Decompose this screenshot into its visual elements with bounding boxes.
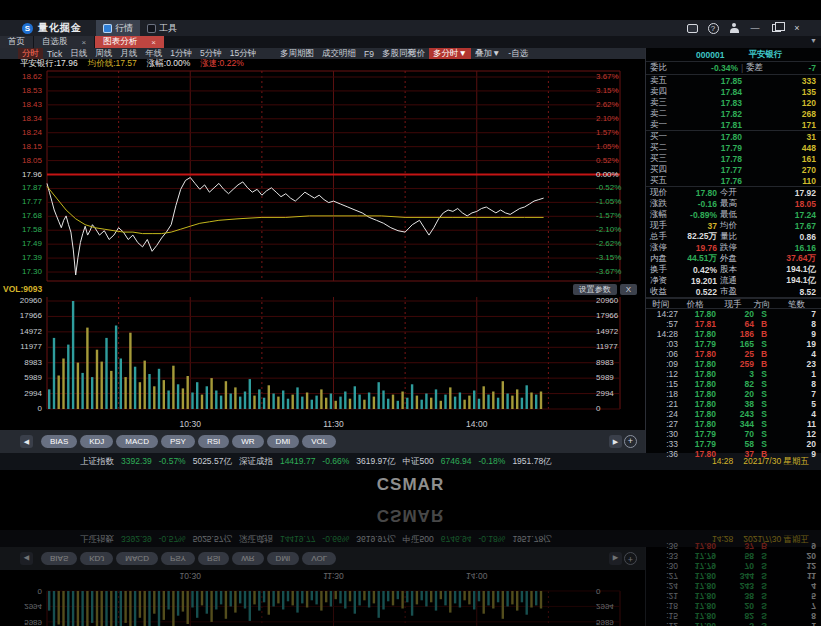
detail-value: 194.1亿 bbox=[749, 275, 816, 287]
status-segment: -0.18% bbox=[478, 533, 505, 545]
trade-time: :27 bbox=[648, 419, 678, 429]
user-icon[interactable] bbox=[728, 23, 740, 34]
trade-price: 17.80 bbox=[678, 611, 716, 621]
trade-price: 17.80 bbox=[678, 621, 716, 626]
ask-row[interactable]: 卖二17.82268 bbox=[646, 108, 821, 119]
trade-row[interactable]: :3317.7958S20 bbox=[646, 439, 821, 449]
indicator-pill-psy: PSY bbox=[161, 552, 195, 565]
minimize-button[interactable]: — bbox=[749, 23, 761, 34]
volume-bar bbox=[468, 591, 470, 604]
quote-header[interactable]: 000001 平安银行 bbox=[646, 48, 821, 62]
volume-bar bbox=[172, 366, 174, 409]
volume-bar bbox=[187, 591, 189, 624]
volume-bar bbox=[148, 591, 150, 626]
vol-axis-label: 11977 bbox=[596, 343, 640, 351]
ask-row[interactable]: 卖三17.83120 bbox=[646, 97, 821, 108]
tab-overflow-arrow[interactable]: ▼ bbox=[810, 37, 817, 44]
volume-bar bbox=[53, 591, 55, 626]
volume-bar bbox=[397, 401, 399, 409]
indicator-pill-bias[interactable]: BIAS bbox=[41, 435, 77, 448]
bid-row[interactable]: 买二17.79448 bbox=[646, 142, 821, 153]
trade-row[interactable]: :0617.8025B4 bbox=[646, 349, 821, 359]
volume-bar bbox=[301, 397, 303, 409]
volume-bar bbox=[363, 400, 365, 409]
trade-row[interactable]: 14:2717.8020S7 bbox=[646, 309, 821, 319]
tab-close-icon[interactable]: × bbox=[68, 38, 87, 47]
bid-row[interactable]: 买一17.8031 bbox=[646, 131, 821, 142]
intraday-price-chart[interactable]: 18.623.67%18.533.15%18.432.62%18.342.10%… bbox=[0, 69, 645, 283]
app-window: S 量化掘金 行情 工具 ? — × 首页自选股×图表分析× ▼ 分时Tick日… bbox=[0, 0, 821, 500]
help-icon[interactable]: ? bbox=[707, 23, 719, 34]
menu-tools[interactable]: 工具 bbox=[140, 20, 184, 36]
close-button[interactable]: × bbox=[791, 23, 803, 34]
trade-row[interactable]: :3017.7970S12 bbox=[646, 429, 821, 439]
level-volume: 333 bbox=[742, 76, 816, 86]
indicator-close-button[interactable]: X bbox=[620, 284, 637, 295]
indicator-pill-macd[interactable]: MACD bbox=[116, 435, 158, 448]
indicator-pill-vol[interactable]: VOL bbox=[302, 435, 336, 448]
indicator-pill-kdj[interactable]: KDJ bbox=[80, 435, 113, 448]
trade-row[interactable]: :2717.80344S11 bbox=[646, 419, 821, 429]
trade-price: 17.80 bbox=[678, 601, 716, 611]
detail-value: 17.80 bbox=[676, 188, 717, 198]
tab-1[interactable]: 首页 bbox=[0, 36, 33, 48]
bid-row[interactable]: 买五17.76110 bbox=[646, 175, 821, 186]
vol-axis-label: 0 bbox=[4, 405, 42, 413]
ask-row[interactable]: 卖一17.81171 bbox=[646, 119, 821, 130]
volume-bar bbox=[282, 391, 284, 410]
add-indicator-button[interactable]: + bbox=[624, 435, 637, 448]
bid-row[interactable]: 买四17.77270 bbox=[646, 164, 821, 175]
volume-chart[interactable]: 2096020960179661796614972149721197711977… bbox=[0, 295, 645, 417]
trade-row[interactable]: :3617.8037B9 bbox=[646, 449, 821, 459]
volume-bar bbox=[401, 392, 403, 410]
trade-row[interactable]: :0317.79165S19 bbox=[646, 339, 821, 349]
trade-row[interactable]: 14:2817.80186B9 bbox=[646, 329, 821, 339]
stock-code: 000001 bbox=[696, 50, 724, 60]
feedback-icon[interactable] bbox=[686, 23, 698, 34]
indicator-pill-wr[interactable]: WR bbox=[232, 435, 263, 448]
menu-quotes[interactable]: 行情 bbox=[96, 20, 140, 36]
trade-direction: S bbox=[754, 571, 774, 581]
status-segment: 1951.78亿 bbox=[512, 533, 551, 545]
trade-volume: 70 bbox=[716, 429, 754, 439]
trade-row[interactable]: :1517.8082S8 bbox=[646, 379, 821, 389]
trade-row[interactable]: :5717.8164B8 bbox=[646, 319, 821, 329]
ask-row[interactable]: 卖四17.84135 bbox=[646, 86, 821, 97]
settings-button[interactable]: 设置参数 bbox=[573, 284, 617, 295]
volume-bar bbox=[487, 395, 489, 409]
ask-row[interactable]: 卖五17.85333 bbox=[646, 75, 821, 86]
detail-row: 现手37均价17.67 bbox=[646, 220, 821, 231]
trade-row[interactable]: :2117.8038S5 bbox=[646, 399, 821, 409]
bid-row[interactable]: 买三17.78161 bbox=[646, 153, 821, 164]
trade-direction: S bbox=[754, 429, 774, 439]
indicator-pill-dmi[interactable]: DMI bbox=[267, 435, 300, 448]
volume-bar bbox=[191, 393, 193, 410]
indicator-scroll-right-icon[interactable]: ▶ bbox=[609, 435, 622, 448]
indicator-pill-rsi[interactable]: RSI bbox=[198, 435, 229, 448]
tab-2[interactable]: 自选股× bbox=[34, 36, 94, 48]
volume-bar bbox=[478, 591, 480, 601]
tab-3[interactable]: 图表分析× bbox=[95, 36, 164, 48]
volume-bar bbox=[67, 591, 69, 626]
trade-volume: 82 bbox=[716, 379, 754, 389]
volume-bar bbox=[120, 591, 122, 626]
volume-bar bbox=[225, 591, 227, 619]
indicator-pill-psy[interactable]: PSY bbox=[161, 435, 195, 448]
price-axis-label: 17.58 bbox=[4, 226, 42, 234]
volume-bar bbox=[311, 591, 313, 600]
volume-bar bbox=[535, 395, 537, 409]
volume-bar bbox=[526, 385, 528, 409]
trade-time: :24 bbox=[648, 409, 678, 419]
trade-row[interactable]: :0917.80259B23 bbox=[646, 359, 821, 369]
trade-volume: 38 bbox=[716, 591, 754, 601]
trade-row[interactable]: :1817.8020S7 bbox=[646, 389, 821, 399]
restore-button[interactable] bbox=[770, 23, 782, 34]
level-label: 卖一 bbox=[650, 119, 676, 131]
level-volume: 135 bbox=[742, 87, 816, 97]
trade-row[interactable]: :2417.80243S4 bbox=[646, 409, 821, 419]
period-item[interactable]: F9 bbox=[360, 49, 378, 59]
trade-row[interactable]: :1217.803S1 bbox=[646, 369, 821, 379]
indicator-scroll-left-icon[interactable]: ◀ bbox=[20, 435, 33, 448]
tab-close-icon[interactable]: × bbox=[137, 38, 156, 47]
volume-bar bbox=[344, 392, 346, 410]
